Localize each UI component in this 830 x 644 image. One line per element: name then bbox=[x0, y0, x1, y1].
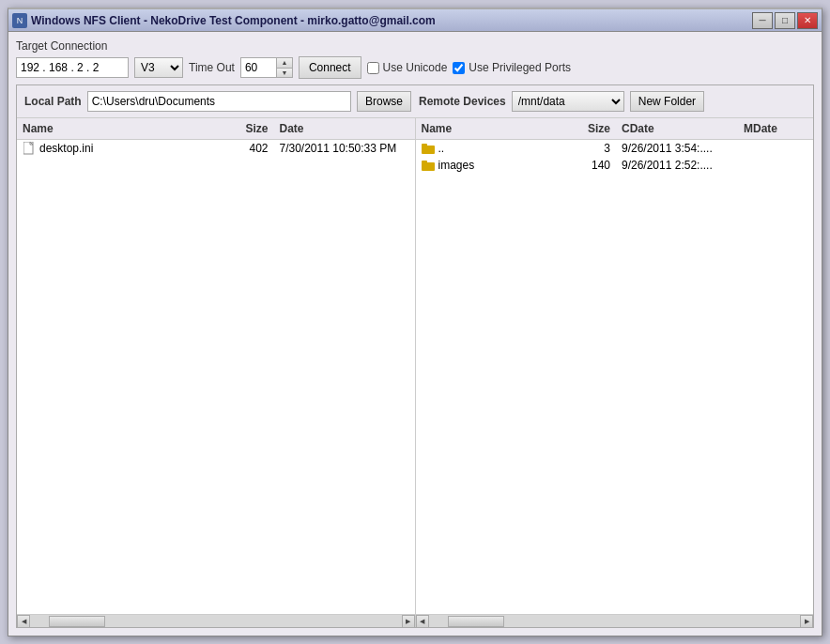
remote-file-name-1: .. bbox=[416, 141, 551, 156]
remote-panel-header: Name Size CDate MDate bbox=[416, 118, 814, 140]
use-privileged-ports-label[interactable]: Use Privileged Ports bbox=[469, 61, 571, 74]
table-row[interactable]: desktop.ini 402 7/30/2011 10:50:33 PM bbox=[17, 140, 415, 157]
close-button[interactable]: ✕ bbox=[797, 12, 818, 29]
title-bar: N Windows NFS Client - NekoDrive Test Co… bbox=[8, 9, 822, 32]
local-file-name: desktop.ini bbox=[17, 141, 208, 156]
local-file-date: 7/30/2011 10:50:33 PM bbox=[274, 141, 415, 156]
timeout-increment-button[interactable]: ▲ bbox=[277, 58, 292, 69]
use-privileged-ports-checkbox[interactable] bbox=[453, 62, 465, 74]
remote-col-cdate: CDate bbox=[616, 120, 738, 137]
table-row[interactable]: .. 3 9/26/2011 3:54:.... bbox=[416, 140, 814, 157]
remote-scroll-track[interactable] bbox=[429, 615, 801, 628]
new-folder-button[interactable]: New Folder bbox=[630, 91, 704, 112]
remote-file-size-2: 140 bbox=[550, 158, 616, 173]
remote-file-panel: Name Size CDate MDate bbox=[416, 118, 814, 627]
use-unicode-label[interactable]: Use Unicode bbox=[383, 61, 448, 74]
timeout-spin-buttons: ▲ ▼ bbox=[276, 57, 293, 78]
remote-scrollbar: ◀ ▶ bbox=[416, 614, 814, 627]
target-connection-section: Target Connection V3 V2 Time Out ▲ ▼ Con… bbox=[16, 39, 814, 79]
remote-devices-label: Remote Devices bbox=[419, 95, 506, 108]
local-file-list: desktop.ini 402 7/30/2011 10:50:33 PM bbox=[17, 140, 415, 614]
main-panel: Local Path Browse Remote Devices /mnt/da… bbox=[16, 84, 814, 628]
local-file-size: 402 bbox=[208, 141, 274, 156]
local-scroll-left[interactable]: ◀ bbox=[17, 615, 30, 628]
remote-path-select[interactable]: /mnt/data bbox=[512, 91, 624, 112]
svg-rect-4 bbox=[422, 144, 427, 146]
panels-header: Local Path Browse Remote Devices /mnt/da… bbox=[17, 85, 813, 118]
use-privileged-ports-group: Use Privileged Ports bbox=[453, 61, 571, 74]
timeout-group: ▲ ▼ bbox=[240, 57, 293, 78]
remote-scroll-thumb[interactable] bbox=[448, 616, 504, 627]
use-unicode-checkbox[interactable] bbox=[367, 62, 379, 74]
file-icon bbox=[23, 142, 36, 155]
remote-col-name: Name bbox=[416, 120, 551, 137]
remote-file-list: .. 3 9/26/2011 3:54:.... bbox=[416, 140, 814, 614]
local-col-date: Date bbox=[274, 120, 415, 137]
remote-file-mdate-2 bbox=[738, 164, 813, 166]
local-scrollbar: ◀ ▶ bbox=[17, 614, 415, 627]
version-select[interactable]: V3 V2 bbox=[134, 57, 183, 78]
browse-button[interactable]: Browse bbox=[357, 91, 411, 112]
remote-file-mdate-1 bbox=[738, 147, 813, 149]
content-area: Target Connection V3 V2 Time Out ▲ ▼ Con… bbox=[8, 32, 822, 636]
use-unicode-group: Use Unicode bbox=[367, 61, 448, 74]
local-scroll-track[interactable] bbox=[30, 615, 402, 628]
title-bar-buttons: ─ □ ✕ bbox=[752, 12, 818, 29]
ip-address-input[interactable] bbox=[16, 57, 129, 78]
local-scroll-thumb[interactable] bbox=[49, 616, 105, 627]
target-connection-label: Target Connection bbox=[16, 39, 814, 53]
minimize-button[interactable]: ─ bbox=[752, 12, 773, 29]
file-panels: Name Size Date bbox=[17, 118, 813, 627]
remote-file-name-2: images bbox=[416, 158, 551, 173]
remote-file-size-1: 3 bbox=[550, 141, 616, 156]
local-path-input[interactable] bbox=[87, 91, 351, 112]
timeout-input[interactable] bbox=[240, 57, 276, 78]
connect-button[interactable]: Connect bbox=[299, 56, 361, 79]
remote-devices-section: Remote Devices /mnt/data New Folder bbox=[419, 91, 806, 112]
local-path-section: Local Path Browse bbox=[24, 91, 411, 112]
tc-controls-row: V3 V2 Time Out ▲ ▼ Connect Use Unicode bbox=[16, 56, 814, 79]
local-path-label: Local Path bbox=[24, 95, 82, 108]
folder-icon bbox=[422, 159, 435, 172]
main-window: N Windows NFS Client - NekoDrive Test Co… bbox=[8, 8, 822, 636]
svg-rect-3 bbox=[422, 146, 435, 154]
app-icon: N bbox=[12, 13, 27, 28]
local-panel-header: Name Size Date bbox=[17, 118, 415, 140]
maximize-button[interactable]: □ bbox=[775, 12, 795, 29]
local-scroll-right[interactable]: ▶ bbox=[402, 615, 415, 628]
local-col-name: Name bbox=[17, 120, 208, 137]
svg-rect-5 bbox=[422, 162, 435, 171]
remote-scroll-left[interactable]: ◀ bbox=[416, 615, 429, 628]
window-title: Windows NFS Client - NekoDrive Test Comp… bbox=[31, 14, 752, 27]
remote-col-size: Size bbox=[550, 120, 616, 137]
remote-file-cdate-1: 9/26/2011 3:54:.... bbox=[616, 141, 738, 156]
local-col-size: Size bbox=[208, 120, 274, 137]
remote-scroll-right[interactable]: ▶ bbox=[800, 615, 813, 628]
folder-icon bbox=[422, 142, 435, 155]
remote-file-cdate-2: 9/26/2011 2:52:.... bbox=[616, 158, 738, 173]
remote-col-mdate: MDate bbox=[738, 120, 813, 137]
svg-rect-6 bbox=[422, 161, 427, 163]
timeout-label: Time Out bbox=[189, 61, 235, 74]
table-row[interactable]: images 140 9/26/2011 2:52:.... bbox=[416, 157, 814, 174]
local-file-panel: Name Size Date bbox=[17, 118, 416, 627]
timeout-decrement-button[interactable]: ▼ bbox=[277, 69, 292, 78]
